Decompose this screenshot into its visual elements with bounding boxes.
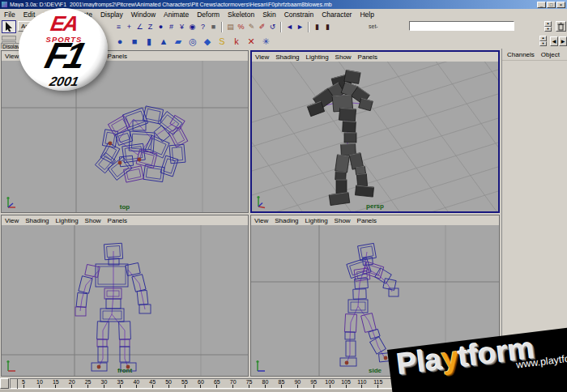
pane-menu-lighting[interactable]: Lighting	[305, 217, 328, 224]
tick-label: 65	[209, 379, 225, 385]
pencil-icon[interactable]: ✎	[246, 21, 257, 32]
grid-snap-icon[interactable]: #	[166, 21, 177, 32]
shelf-plane-icon[interactable]: ▰	[172, 35, 185, 48]
viewport-canvas-persp[interactable]: persp	[252, 62, 498, 211]
pane-menu-shading[interactable]: Shading	[25, 53, 49, 60]
viewport-label: top	[120, 203, 130, 211]
tick-mark	[232, 385, 233, 388]
close-button[interactable]: ×	[556, 2, 565, 8]
forward-arrow-icon[interactable]: ►	[295, 21, 305, 32]
menu-modify[interactable]: Modify	[39, 10, 67, 19]
pane-menu-show[interactable]: Show	[335, 53, 352, 61]
curve-snap-icon[interactable]: Z	[145, 21, 156, 32]
time-slider-left-cell[interactable]	[0, 378, 9, 389]
pane-menu-lighting[interactable]: Lighting	[306, 53, 329, 61]
time-tick: 35	[112, 379, 128, 388]
tick-label: 100	[322, 379, 338, 385]
ipr-render-icon[interactable]: ▮	[322, 21, 333, 32]
select-tool-button[interactable]	[2, 20, 16, 33]
axis-indicator-icon	[254, 194, 271, 210]
time-tick: 65	[209, 379, 225, 388]
tick-mark	[297, 385, 298, 388]
pane-menu-show[interactable]: Show	[85, 53, 101, 60]
menu-deform[interactable]: Deform	[193, 10, 224, 19]
time-tick: 75	[241, 379, 258, 388]
time-tick: 50	[160, 379, 177, 388]
menu-display[interactable]: Display	[96, 10, 127, 19]
menu-create[interactable]: Create	[67, 10, 96, 19]
pane-menu-lighting[interactable]: Lighting	[56, 217, 79, 224]
menu-window[interactable]: Window	[127, 10, 160, 19]
menu-constrain[interactable]: Constrain	[280, 10, 318, 19]
shelf-cube-icon[interactable]: ■	[128, 35, 141, 48]
pane-menu-show[interactable]: Show	[335, 217, 351, 224]
pane-menu-view[interactable]: View	[254, 217, 268, 224]
angle-snap-icon[interactable]: ∠	[134, 21, 145, 32]
pane-menu-shading[interactable]: Shading	[25, 217, 49, 224]
axis-indicator-icon	[4, 194, 20, 211]
pane-menu-view[interactable]: View	[5, 217, 19, 224]
pane-menu-show[interactable]: Show	[85, 217, 101, 224]
pane-menu-lighting[interactable]: Lighting	[56, 53, 79, 60]
pane-menu-panels[interactable]: Panels	[108, 217, 127, 224]
view-plane-snap-icon[interactable]: ¥	[177, 21, 187, 32]
shelf-drop-icon[interactable]: ◆	[201, 35, 214, 48]
back-arrow-icon[interactable]: ◄	[284, 21, 295, 32]
shelf-curve-icon[interactable]: S	[215, 35, 228, 48]
status-input[interactable]	[409, 21, 514, 31]
tick-mark	[71, 385, 72, 388]
brush-icon[interactable]: ✐	[257, 21, 267, 32]
channel-tab-channels[interactable]: Channels	[507, 51, 535, 58]
group-divider	[280, 22, 282, 32]
tick-mark	[216, 385, 217, 388]
viewport-canvas-top[interactable]: top	[2, 61, 248, 212]
shelf-star-icon[interactable]: ✳	[259, 35, 272, 48]
spin-down-icon[interactable]: ▼	[544, 27, 552, 32]
shelf-sphere-icon[interactable]: ●	[113, 35, 126, 48]
menu-character[interactable]: Character	[318, 10, 356, 19]
menu-skin[interactable]: Skin	[258, 10, 280, 19]
viewport-canvas-front[interactable]: front	[2, 225, 248, 376]
shelf-ik-icon[interactable]: k	[230, 35, 243, 48]
time-tick: 110	[354, 379, 370, 388]
help-mode-icon[interactable]: ?	[198, 21, 208, 32]
spin-down-icon[interactable]: ▼	[539, 41, 547, 47]
menu-edit[interactable]: Edit	[19, 10, 40, 19]
channel-tab-object[interactable]: Object	[541, 51, 560, 58]
shelf-torus-icon[interactable]: ◎	[186, 35, 199, 48]
script-icon[interactable]: %	[236, 21, 246, 32]
pane-menu-panels[interactable]: Panels	[108, 53, 127, 60]
menuset-dropdown[interactable]: Animation ▼	[18, 21, 70, 32]
menu-animate[interactable]: Animate	[160, 10, 193, 19]
shelf-cross-icon[interactable]: ✕	[245, 35, 258, 48]
shelf-cylinder-icon[interactable]: ▮	[143, 35, 156, 48]
undo-icon[interactable]: ↺	[267, 21, 278, 32]
make-live-icon[interactable]: ◉	[187, 21, 198, 32]
layout-next-button[interactable]: ▶	[559, 36, 567, 46]
status-line: Animation ▼ ≡+∠Z●#¥◉?■▤%✎✐↺◄►▮▮ set- ▲ ▼	[0, 19, 567, 35]
tick-mark	[249, 385, 249, 388]
history-list-icon[interactable]: ▤	[225, 21, 236, 32]
tick-label: 35	[112, 379, 128, 385]
trash-button[interactable]	[556, 21, 566, 32]
menu-skeleton[interactable]: Skeleton	[224, 10, 258, 19]
shelf-cone-icon[interactable]: ▲	[157, 35, 170, 48]
pane-menu-shading[interactable]: Shading	[275, 53, 299, 61]
titlebar[interactable]: Maya 3.0a: D:\DEV\F1_2001\mayfromps2\Pit…	[0, 0, 567, 9]
lock-icon[interactable]: ■	[208, 21, 219, 32]
pane-menu-panels[interactable]: Panels	[358, 53, 377, 61]
layout-prev-button[interactable]: ◀	[550, 36, 558, 46]
menuset-label: Animation	[21, 23, 50, 30]
pane-menu-view[interactable]: View	[5, 53, 19, 60]
pane-menu-view[interactable]: View	[255, 53, 269, 61]
menu-help[interactable]: Help	[356, 10, 377, 19]
pane-menu-shading[interactable]: Shading	[275, 217, 298, 224]
pane-menu-panels[interactable]: Panels	[357, 217, 377, 224]
point-snap-icon[interactable]: ●	[156, 21, 166, 32]
menu-file[interactable]: File	[0, 10, 19, 19]
plus-icon[interactable]: +	[124, 21, 134, 32]
menu-lines-icon[interactable]: ≡	[113, 21, 124, 32]
minimize-button[interactable]: _	[537, 2, 546, 8]
maximize-button[interactable]: □	[547, 2, 556, 8]
render-icon[interactable]: ▮	[312, 21, 322, 32]
